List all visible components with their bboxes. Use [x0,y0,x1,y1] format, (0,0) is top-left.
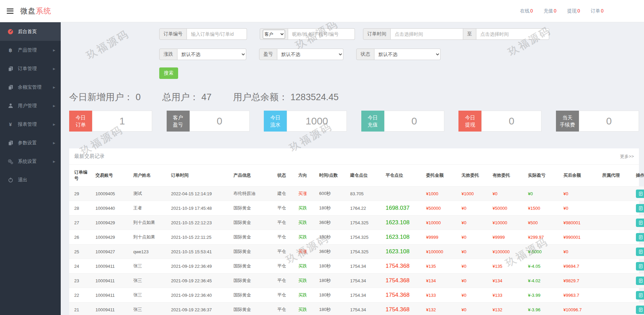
panel-title: 最新交易记录 [74,153,105,160]
sidebar-item-yuebao[interactable]: 余额宝管理 ▶ [0,78,61,96]
header-quick-links: 在线0 充值0 提现0 订单0 [520,8,604,14]
cell-invalid: ¥0 [459,288,490,303]
column-header-dur: 时间/点数 [316,165,347,187]
updown-filter: 涨跌 默认不选 [159,49,246,60]
sidebar-item-users[interactable]: 用户管理 ▶ [0,96,61,115]
list-icon [638,191,643,196]
cell-close: 1623.108 [383,230,423,245]
cell-valid: ¥100000 [490,245,525,259]
order-detail-button[interactable] [636,219,644,227]
cell-amount: ¥100000 [423,245,459,259]
table-header-row: 订单编号交易账号用户姓名订单时间产品信息状态方向时间/点数建仓点位平仓点位委托金… [69,165,644,187]
order-no-input[interactable] [187,28,247,40]
header-link-online[interactable]: 在线0 [520,8,533,14]
sidebar-item-orders[interactable]: 订单管理 ▶ [0,59,61,78]
table-row: 2510009427qwe1232021-10-15 15:53:41国际黄金平… [69,245,644,259]
sidebar-item-dashboard[interactable]: 后台首页 [0,22,61,41]
header-link-orders[interactable]: 订单0 [591,8,604,14]
cell-agent [599,288,633,303]
stat-card-value: 0 [481,111,541,132]
sidebar-item-reports[interactable]: ¥ 报表管理 ▶ [0,115,61,134]
order-detail-button[interactable] [636,204,644,212]
stat-card: 当天手续费 0 [556,111,639,132]
cell-dir: 买跌 [296,201,316,216]
main-content: 玖福源码 玖福源码 玖福源码 玖福源码 玖福源码 玖福源码 玖福源码 订单编号 … [61,22,644,315]
chevron-right-icon: ▶ [53,49,55,52]
cell-valid: ¥50000 [490,201,525,216]
column-header-dir: 方向 [296,165,316,187]
cell-product: 国际黄金 [231,288,275,303]
time-from-input[interactable] [391,28,463,40]
customer-keyword-input[interactable] [288,28,355,40]
search-button[interactable]: 搜索 [159,67,178,79]
order-time-label: 订单时间 [363,28,391,40]
filter-row-1: 订单编号 客户 订单时间 至 [159,28,644,40]
cell-account: 10009429 [93,216,131,230]
order-no-label: 订单编号 [159,28,187,40]
cell-close: 1623.108 [383,245,423,259]
yen-icon: ¥ [7,121,13,127]
cell-open: 1754.34 [347,274,383,288]
updown-select[interactable]: 默认不选 [177,49,246,60]
order-detail-button[interactable] [636,262,644,270]
sidebar-item-params[interactable]: 参数设置 ▶ [0,134,61,152]
sidebar-item-logout[interactable]: 退出 [0,171,61,189]
header-link-recharge[interactable]: 充值0 [544,8,557,14]
sidebar-item-label: 用户管理 [18,103,37,109]
list-icon [638,307,643,312]
order-detail-button[interactable] [636,277,644,285]
cell-valid: ¥134 [490,274,525,288]
time-to-input[interactable] [476,28,549,40]
trades-table: 订单编号交易账号用户姓名订单时间产品信息状态方向时间/点数建仓点位平仓点位委托金… [69,165,644,315]
cell-dur: 180秒 [316,288,347,303]
menu-toggle-icon[interactable] [7,7,14,15]
list-icon [638,293,643,298]
stat-card: 今日充值 0 [361,111,444,132]
cell-amount: ¥10000 [423,216,459,230]
cell-id: 23 [69,274,93,288]
order-detail-button[interactable] [636,291,644,299]
cell-profit: ¥-3.99 [525,288,561,303]
table-row: 2810009440王者2021-10-19 17:45:48国际黄金平仓买跌1… [69,201,644,216]
profit-select[interactable]: 默认不选 [277,49,343,60]
column-header-agent: 所属代理 [599,165,633,187]
updown-label: 涨跌 [159,49,177,60]
orders-count-badge: 0 [601,8,604,13]
cell-time: 2021-09-19 22:36:40 [168,288,231,303]
list-icon [638,220,643,225]
cell-balance: ¥980001 [561,216,599,230]
cell-time: 2021-10-15 22:11:25 [168,230,231,245]
stat-card-label: 今日订单 [69,111,92,132]
cell-op [633,303,644,315]
order-detail-button[interactable] [636,248,644,256]
cell-open: 1754.34 [347,288,383,303]
cell-agent [599,245,633,259]
cell-name: 到十点如果 [131,230,168,245]
cell-account: 10009411 [93,288,131,303]
more-link[interactable]: 更多>> [620,153,634,160]
cell-agent [599,274,633,288]
cell-valid: ¥9999 [490,230,525,245]
header-link-withdraw[interactable]: 提现0 [567,8,580,14]
cell-product: 国际黄金 [231,274,275,288]
sidebar-item-system[interactable]: 系统设置 ▶ [0,152,61,171]
cell-open: 1754.34 [347,303,383,315]
total-balance-value: 1283524.45 [290,92,339,102]
cell-op [633,259,644,274]
panel-header: 最新交易记录 更多>> [69,148,639,165]
status-select[interactable]: 默认不选 [374,49,441,60]
order-detail-button[interactable] [636,190,644,198]
chevron-right-icon: ▶ [53,123,55,126]
cell-balance: ¥10096.7 [561,303,599,315]
order-detail-button[interactable] [636,233,644,241]
cell-id: 25 [69,245,93,259]
online-count-badge: 0 [530,8,533,13]
table-row: 2110009411张三2021-09-19 22:36:37国际黄金平仓买跌1… [69,303,644,315]
stat-card: 今日订单 1 [69,111,152,132]
order-detail-button[interactable] [636,306,644,314]
cell-account: 10009411 [93,259,131,274]
customer-type-select[interactable]: 客户 [263,30,285,39]
order-no-filter: 订单编号 [159,28,247,40]
watermark: 玖福源码 [84,27,132,63]
sidebar-item-products[interactable]: ฿ 产品管理 ▶ [0,41,61,59]
